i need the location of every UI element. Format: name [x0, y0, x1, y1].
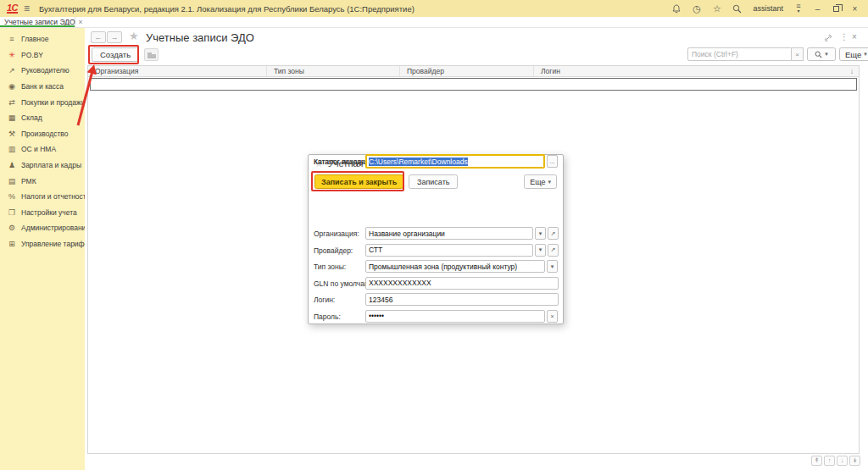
- go-last-button[interactable]: ↡: [849, 456, 860, 466]
- field-row-katalog-vkhodyashchikh: Каталог входящих: C:\Users\Remarket\Down…: [309, 155, 563, 169]
- close-form-icon[interactable]: ×: [852, 33, 857, 41]
- chevron-down-icon[interactable]: ▾: [547, 260, 558, 273]
- field-label: Логин:: [314, 296, 335, 304]
- sidebar-label: Руководителю: [21, 66, 70, 75]
- sidebar-label: РМК: [21, 177, 36, 185]
- sidebar-item-sklad[interactable]: ▦Склад: [0, 110, 85, 126]
- sidebar-item-rmk[interactable]: ▤РМК: [0, 173, 85, 189]
- go-down-button[interactable]: ↓: [837, 456, 848, 466]
- sidebar-item-zarplata-i-kadry[interactable]: ♟Зарплата и кадры: [0, 158, 85, 174]
- sidebar-item-administrirovanie[interactable]: ⚙Администрирование: [0, 220, 85, 236]
- search-box: ×: [687, 47, 804, 61]
- sidebar-item-rukovoditelyu[interactable]: ↗Руководителю: [0, 63, 85, 79]
- password-input[interactable]: [365, 310, 545, 323]
- more-dots-icon[interactable]: ⋮: [840, 33, 849, 41]
- sidebar-item-glavnoe[interactable]: ≡Главное: [0, 31, 85, 47]
- field-label: Провайдер:: [314, 246, 353, 255]
- sidebar-label: Налоги и отчетность: [21, 192, 90, 201]
- favorite-star-icon[interactable]: ★: [129, 30, 139, 42]
- chart-icon: ↗: [8, 66, 16, 75]
- sidebar-item-os-i-nma[interactable]: ▥ОС и НМА: [0, 141, 85, 158]
- tab-uchetnye-zapisi-edo[interactable]: Учетные записи ЭДО ×: [0, 17, 75, 27]
- search-settings-button[interactable]: ▾: [807, 47, 836, 61]
- column-header-login[interactable]: Логин: [533, 66, 859, 76]
- table-row[interactable]: [90, 78, 857, 91]
- factory-icon: ⚒: [8, 130, 16, 138]
- back-button[interactable]: ←: [91, 31, 106, 43]
- sidebar-item-upravlenie-tarifom[interactable]: ⊞Управление тарифом: [0, 236, 85, 252]
- boxes-icon: ▦: [8, 113, 16, 122]
- chevron-down-icon: ▾: [864, 51, 867, 58]
- window-titlebar: 1С ≡ Бухгалтерия для Беларуси, редакция …: [0, 0, 868, 17]
- chevron-down-icon[interactable]: ▾: [535, 244, 546, 257]
- sidebar-sections: ≡Главное ✳PO.BY ↗Руководителю ◉Банк и ка…: [0, 28, 85, 470]
- search-icon: [815, 51, 822, 58]
- column-header-organizaciya[interactable]: Организация: [88, 66, 266, 76]
- main-menu-icon[interactable]: ≡: [24, 3, 30, 14]
- column-header-provayder[interactable]: Провайдер: [399, 66, 533, 76]
- browse-ellipsis-icon[interactable]: ...: [547, 155, 558, 168]
- tools-menu-icon[interactable]: ≡ ▾: [792, 3, 805, 14]
- more-button[interactable]: Еще ▾: [839, 47, 868, 61]
- tab-label: Учетные записи ЭДО: [4, 18, 75, 26]
- organization-input[interactable]: [365, 227, 533, 240]
- history-clock-icon[interactable]: ◷: [689, 4, 704, 14]
- column-header-tip-zony[interactable]: Тип зоны: [266, 66, 399, 76]
- go-up-button[interactable]: ↑: [824, 456, 835, 466]
- window-close-button[interactable]: ×: [849, 4, 861, 14]
- sidebar-item-nalogi-i-otchetnost[interactable]: %Налоги и отчетность: [0, 189, 85, 205]
- percent-icon: %: [8, 192, 16, 201]
- get-link-icon[interactable]: [824, 34, 832, 44]
- global-search-icon[interactable]: [730, 4, 744, 14]
- favorites-star-icon[interactable]: ☆: [709, 4, 724, 14]
- field-row-gln: GLN по умолчанию:: [309, 277, 563, 291]
- field-label: Организация:: [314, 229, 359, 238]
- zone-type-input[interactable]: [365, 260, 545, 273]
- truck-icon: ▥: [8, 145, 16, 153]
- sidebar-item-proizvodstvo[interactable]: ⚒Производство: [0, 126, 85, 142]
- open-item-icon[interactable]: ↗: [548, 227, 559, 240]
- field-row-login: Логин:: [309, 293, 563, 307]
- save-button[interactable]: Записать: [409, 174, 458, 189]
- save-and-close-button[interactable]: Записать и закрыть: [314, 174, 403, 189]
- field-label: Тип зоны:: [314, 263, 346, 271]
- clear-icon[interactable]: ×: [547, 310, 558, 323]
- more-label: Еще: [530, 178, 545, 186]
- assistant-label[interactable]: assistant: [753, 4, 783, 13]
- field-row-tip-zony: Тип зоны: ▾: [309, 260, 563, 274]
- sidebar-item-bank-i-kassa[interactable]: ◉Банк и касса: [0, 79, 85, 95]
- window-title: Бухгалтерия для Беларуси, редакция 2.1. …: [39, 4, 415, 14]
- sidebar-item-pokupki-i-prodazhi[interactable]: ⇄Покупки и продажи: [0, 94, 85, 110]
- sidebar-label: Зарплата и кадры: [21, 161, 81, 169]
- search-input[interactable]: [687, 47, 792, 61]
- provider-input[interactable]: [365, 244, 533, 257]
- create-group-folder-button[interactable]: [144, 48, 159, 61]
- field-row-provayder: Провайдер: ▾ ↗: [309, 244, 563, 258]
- notifications-bell-icon[interactable]: [669, 4, 683, 14]
- chevron-down-icon: ▾: [548, 179, 551, 185]
- sidebar-item-nastroyki-ucheta[interactable]: ❐Настройки учета: [0, 205, 85, 221]
- field-label: Пароль:: [314, 312, 341, 321]
- sidebar-label: Главное: [21, 35, 48, 43]
- window-restore-button[interactable]: [833, 6, 839, 12]
- tab-close-icon[interactable]: ×: [79, 18, 83, 26]
- gln-input[interactable]: [365, 277, 559, 290]
- go-first-button[interactable]: ↟: [811, 456, 822, 466]
- sort-down-icon[interactable]: ↓: [850, 67, 854, 75]
- sidebar-label: Банк и касса: [21, 82, 64, 91]
- incoming-folder-input[interactable]: C:\Users\Remarket\Downloads: [365, 154, 545, 169]
- login-input[interactable]: [365, 293, 559, 306]
- person-icon: ♟: [8, 161, 16, 169]
- forward-button[interactable]: →: [107, 31, 122, 43]
- create-button[interactable]: Создать: [92, 47, 139, 62]
- field-row-parol: Пароль: ×: [309, 310, 563, 324]
- search-clear-icon[interactable]: ×: [792, 47, 804, 61]
- sidebar-label: Покупки и продажи: [21, 98, 85, 107]
- window-minimize-button[interactable]: –: [811, 4, 824, 14]
- chevron-down-icon[interactable]: ▾: [535, 227, 546, 240]
- sidebar-item-poby[interactable]: ✳PO.BY: [0, 47, 85, 64]
- more-label: Еще: [845, 50, 861, 59]
- list-navigation: ↟ ↑ ↓ ↡: [811, 456, 860, 466]
- open-item-icon[interactable]: ↗: [548, 244, 559, 257]
- dialog-more-button[interactable]: Еще ▾: [524, 174, 557, 189]
